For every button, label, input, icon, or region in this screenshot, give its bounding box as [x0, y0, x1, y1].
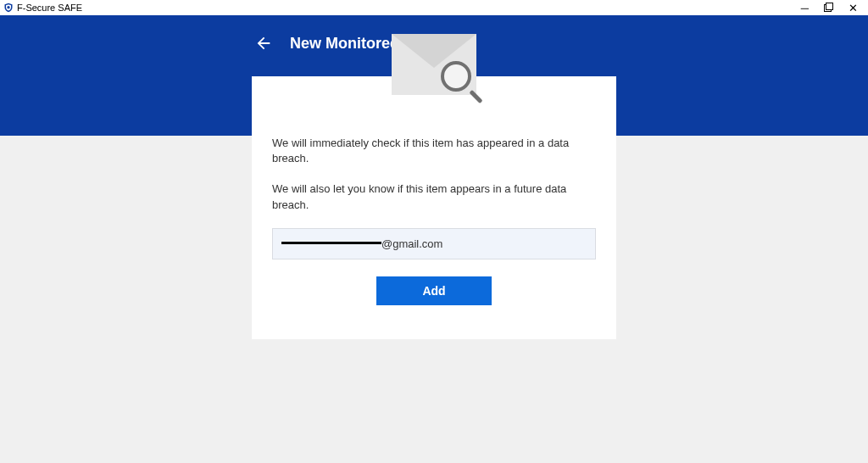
svg-rect-2 — [826, 3, 833, 9]
email-input[interactable]: @gmail.com — [272, 228, 596, 259]
email-suffix: @gmail.com — [381, 237, 442, 250]
titlebar-left: F-Secure SAFE — [3, 3, 82, 13]
add-button[interactable]: Add — [376, 276, 492, 305]
content: We will immediately check if this item h… — [0, 76, 868, 339]
window-title: F-Secure SAFE — [17, 3, 82, 13]
window-controls: ─ ✕ — [801, 3, 865, 14]
envelope-search-icon — [383, 34, 485, 119]
info-text-1: We will immediately check if this item h… — [272, 136, 596, 166]
app-shield-icon — [3, 3, 14, 13]
close-button[interactable]: ✕ — [849, 3, 858, 14]
card: We will immediately check if this item h… — [252, 76, 616, 339]
redacted-text — [281, 242, 381, 244]
svg-point-0 — [7, 6, 9, 8]
back-arrow-icon[interactable] — [254, 34, 273, 53]
info-text-2: We will also let you know if this item a… — [272, 181, 596, 212]
maximize-button[interactable] — [824, 3, 833, 14]
window-titlebar: F-Secure SAFE ─ ✕ — [0, 0, 868, 15]
minimize-button[interactable]: ─ — [801, 3, 809, 14]
